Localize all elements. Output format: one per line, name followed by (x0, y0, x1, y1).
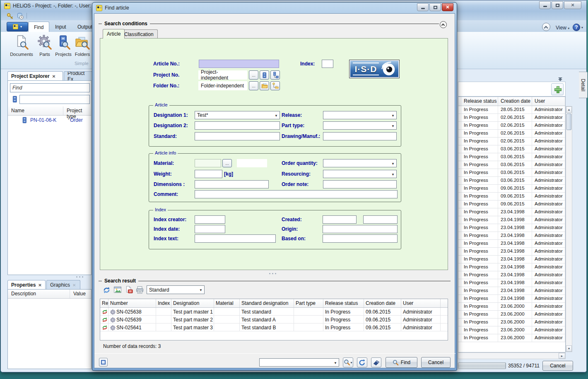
column-header-release-status[interactable]: Release status (461, 97, 498, 106)
folder-structure-button[interactable] (270, 81, 280, 90)
column-header-number[interactable]: Number (108, 299, 156, 307)
result-row[interactable]: In Progress 23.06.2000 Administrator (458, 334, 565, 342)
folder-no-value[interactable]: Folder-independent (198, 81, 247, 90)
tab-classification[interactable]: Classification (120, 29, 158, 39)
collapse-section-button[interactable] (440, 21, 447, 28)
result-row[interactable]: In Progress 02.06.2015 Administrator (458, 114, 565, 122)
tab-properties[interactable]: Properties ✕ (7, 280, 46, 290)
find-projects-button[interactable]: Projects (54, 35, 73, 57)
clear-fields-button[interactable] (371, 357, 381, 367)
project-no-value[interactable]: Project-independent (198, 70, 247, 80)
order-quantity-combo[interactable]: ▼ (323, 159, 397, 167)
result-row[interactable]: In Progress 02.06.2015 Administrator (458, 138, 565, 145)
result-row[interactable]: In Progress 23.06.2000 Administrator (458, 326, 565, 334)
explorer-filter-input[interactable] (19, 95, 90, 104)
dialog-close-button[interactable]: ✕ (442, 3, 453, 11)
result-row[interactable]: In Progress 02.06.2015 Administrator (458, 130, 565, 138)
export-button[interactable] (124, 285, 134, 295)
result-row[interactable]: In Progress 03.06.2015 Administrator (458, 161, 565, 169)
find-parts-button[interactable]: Parts (36, 35, 53, 57)
refresh-results-button[interactable] (101, 285, 111, 295)
dialog-options-button[interactable] (99, 358, 108, 367)
material-browse-button[interactable]: ... (222, 159, 232, 167)
help-button[interactable]: ? (573, 24, 580, 31)
result-row[interactable]: In Progress 23.04.1998 Administrator (458, 279, 565, 287)
result-row[interactable]: In Progress 23.04.1998 Administrator (458, 240, 565, 248)
column-header-description[interactable]: Description (8, 290, 70, 298)
column-header-part-type[interactable]: Part type (294, 299, 323, 307)
column-header-re[interactable]: Re (100, 299, 108, 307)
weight-input[interactable] (195, 170, 222, 178)
close-icon[interactable]: ✕ (72, 283, 76, 287)
dialog-titlebar[interactable]: Find article ✕ (92, 2, 457, 13)
result-row[interactable]: In Progress 23.04.1998 Administrator (458, 271, 565, 279)
designation1-combo[interactable]: Test*▼ (195, 111, 280, 119)
reset-search-button[interactable] (357, 357, 367, 367)
dialog-minimize-button[interactable] (417, 3, 429, 11)
index-input[interactable] (322, 60, 333, 68)
standard-input[interactable] (195, 132, 280, 140)
origin-input[interactable] (323, 225, 398, 233)
column-header-user[interactable]: User (532, 97, 565, 106)
result-row[interactable]: In Progress 23.06.2000 Administrator (458, 319, 565, 326)
result-row[interactable]: In Progress 09.06.2015 Administrator (458, 185, 565, 193)
add-button[interactable] (551, 83, 564, 95)
comment-input[interactable] (195, 190, 398, 198)
material-name-field[interactable] (237, 159, 267, 167)
tab-graphics[interactable]: Graphics ✕ (46, 280, 80, 290)
main-minimize-button[interactable] (539, 1, 551, 9)
result-row[interactable]: In Progress 23.04.1998 Administrator (458, 232, 565, 240)
result-row[interactable]: In Progress 23.04.1998 Administrator (458, 287, 565, 295)
created-to-input[interactable] (363, 215, 398, 224)
column-header-standard-designation[interactable]: Standard designation (240, 299, 294, 307)
scroll-down-button[interactable]: ▼ (566, 345, 572, 352)
article-no-input[interactable] (199, 60, 279, 68)
ribbon-tab-input[interactable]: Input (50, 22, 72, 32)
drawing-input[interactable] (323, 132, 397, 140)
result-row[interactable]: In Progress 03.06.2015 Administrator (458, 153, 565, 161)
order-note-input[interactable] (323, 180, 397, 188)
print-report-button[interactable] (135, 285, 145, 295)
explorer-find-input[interactable] (10, 83, 90, 92)
dimensions-input[interactable] (195, 180, 269, 188)
result-row[interactable]: In Progress 03.06.2015 Administrator (458, 177, 565, 185)
index-creator-input[interactable] (195, 215, 225, 224)
result-layout-combo[interactable]: Standard ▼ (147, 285, 205, 294)
result-row[interactable]: In Progress 02.06.2015 Administrator (458, 122, 565, 130)
folder-browse-button[interactable]: ... (249, 81, 258, 90)
find-field[interactable] (12, 85, 87, 91)
preview-button[interactable] (113, 285, 123, 295)
column-header-name[interactable]: Name (8, 106, 63, 115)
search-result-row[interactable]: SN-025641 Test part master 3 Test standa… (100, 323, 448, 331)
main-close-button[interactable]: ✕ (564, 1, 581, 9)
resourcing-combo[interactable]: ▼ (323, 170, 397, 178)
project-structure-button[interactable] (270, 70, 280, 80)
column-header-release-status[interactable]: Release status (323, 299, 364, 307)
column-header-user[interactable]: User (401, 299, 441, 307)
result-row[interactable]: In Progress 23.06.2000 Administrator (458, 303, 565, 311)
main-maximize-button[interactable] (552, 1, 563, 9)
result-row[interactable]: In Progress 23.04.1998 Administrator (458, 224, 565, 232)
search-result-row[interactable]: SN-025639 Test part master 2 Test standa… (100, 316, 448, 323)
created-from-input[interactable] (323, 215, 357, 224)
index-date-input[interactable] (195, 225, 225, 233)
result-row[interactable]: In Progress 23.04.1998 Administrator (458, 248, 565, 256)
application-menu-button[interactable]: ▾ (7, 22, 28, 31)
view-menu-button[interactable]: View ▾ (556, 25, 569, 31)
column-header-material[interactable]: Material (214, 299, 240, 307)
load-cancel-button[interactable]: Cancel (542, 361, 573, 371)
index-text-input[interactable] (195, 234, 276, 243)
help-dropdown-icon[interactable]: ▾ (581, 26, 583, 29)
dialog-maximize-button[interactable] (429, 3, 441, 11)
ribbon-collapse-button[interactable] (542, 23, 550, 31)
result-row[interactable]: In Progress 03.06.2015 Administrator (458, 169, 565, 177)
column-header-project-type[interactable]: Project type (63, 106, 91, 115)
based-on-input[interactable] (323, 234, 398, 243)
save-search-button[interactable]: ▾ (343, 357, 353, 367)
vertical-scrollbar[interactable]: ▲ ▼ (566, 106, 572, 352)
search-result-row[interactable]: SN-025638 Test part master 1 Test standa… (100, 308, 448, 316)
result-row[interactable]: In Progress 03.06.2015 Administrator (458, 145, 565, 153)
scrollbar-thumb[interactable] (566, 113, 571, 130)
section-splitter-grip[interactable] (269, 273, 276, 274)
scroll-right-button[interactable]: ► (559, 353, 565, 359)
